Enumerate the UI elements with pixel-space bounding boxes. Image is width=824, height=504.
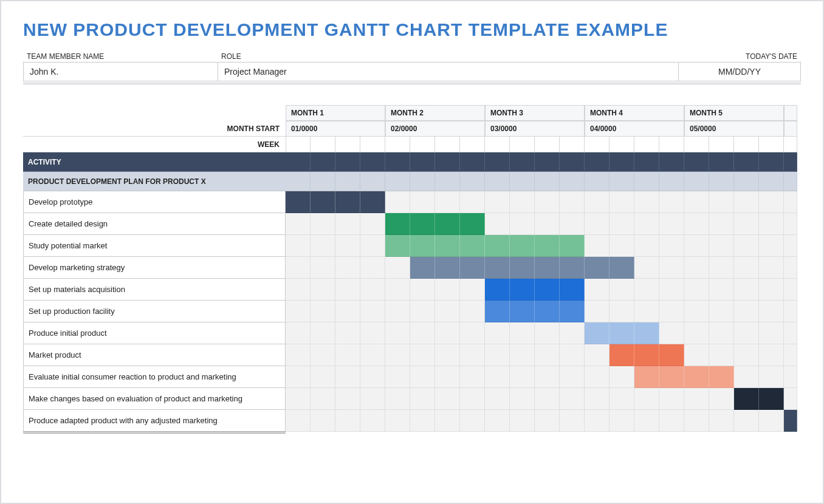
task-cell: [435, 410, 460, 432]
task-row-label: Develop prototype: [23, 191, 286, 213]
section-header-cell: [585, 172, 609, 191]
task-cell: [335, 344, 360, 366]
blank-label: [23, 105, 286, 121]
task-cell: [560, 322, 585, 344]
task-cell: [684, 257, 709, 279]
task-cell: [460, 191, 485, 213]
task-cell: [585, 344, 609, 366]
week-header-cell: [360, 137, 385, 152]
task-cell: [585, 279, 609, 301]
task-cell: [535, 344, 560, 366]
task-cell: [734, 322, 759, 344]
task-cell: [659, 191, 684, 213]
month-header: MONTH 2: [385, 105, 485, 121]
task-cell: [734, 279, 759, 301]
task-cell: [360, 257, 385, 279]
task-cell: [435, 388, 460, 410]
task-cell: [410, 344, 435, 366]
task-cell: [535, 279, 560, 301]
task-cell: [460, 279, 485, 301]
task-cell: [385, 322, 410, 344]
task-cell: [435, 257, 460, 279]
task-cell: [410, 322, 435, 344]
task-cell: [634, 366, 659, 388]
task-cell: [634, 322, 659, 344]
task-row-label: Produce adapted product with any adjuste…: [23, 410, 286, 432]
task-cell: [410, 213, 435, 235]
task-cell: [634, 410, 659, 432]
task-cell: [560, 257, 585, 279]
task-cell: [311, 279, 335, 301]
col-sliver: [784, 301, 797, 322]
col-sliver: [784, 322, 797, 344]
task-cell: [286, 257, 311, 279]
task-cell: [535, 366, 560, 388]
col-sliver: [784, 191, 797, 213]
activity-header-cell: [709, 152, 734, 172]
task-cell: [535, 388, 560, 410]
task-cell: [734, 410, 759, 432]
activity-header-cell: [360, 152, 385, 172]
task-cell: [560, 235, 585, 257]
section-header-cell: [510, 172, 535, 191]
section-header-cell: [360, 172, 385, 191]
section-header-cell: [535, 172, 560, 191]
week-header-cell: [286, 137, 311, 152]
task-cell: [485, 279, 510, 301]
month-header: MONTH 3: [485, 105, 585, 121]
task-cell: [385, 301, 410, 322]
label-team-member: TEAM MEMBER NAME: [23, 51, 218, 62]
task-cell: [659, 366, 684, 388]
task-cell: [460, 366, 485, 388]
bottom-divider: [23, 432, 286, 434]
task-cell: [759, 279, 784, 301]
week-header-cell: [385, 137, 410, 152]
value-role: Project Manager: [218, 63, 679, 81]
month-header: MONTH 5: [684, 105, 784, 121]
task-cell: [659, 344, 684, 366]
task-cell: [510, 191, 535, 213]
task-cell: [684, 279, 709, 301]
task-cell: [485, 410, 510, 432]
gantt-chart: MONTH 1MONTH 2MONTH 3MONTH 4MONTH 5MONTH…: [23, 105, 801, 434]
task-cell: [335, 213, 360, 235]
task-cell: [609, 257, 634, 279]
col-sliver: [784, 235, 797, 257]
task-cell: [460, 388, 485, 410]
task-cell: [560, 344, 585, 366]
task-cell: [286, 213, 311, 235]
task-cell: [709, 366, 734, 388]
value-team-member: John K.: [24, 63, 218, 81]
task-cell: [360, 235, 385, 257]
task-cell: [360, 388, 385, 410]
task-cell: [734, 257, 759, 279]
task-cell: [709, 279, 734, 301]
week-header-cell: [510, 137, 535, 152]
activity-header: ACTIVITY: [23, 152, 286, 172]
section-header-cell: [684, 172, 709, 191]
task-cell: [435, 213, 460, 235]
task-cell: [510, 322, 535, 344]
task-cell: [709, 344, 734, 366]
task-cell: [734, 388, 759, 410]
task-cell: [435, 301, 460, 322]
task-cell: [734, 235, 759, 257]
task-cell: [609, 301, 634, 322]
task-cell: [759, 366, 784, 388]
task-cell: [286, 191, 311, 213]
week-header-cell: [410, 137, 435, 152]
task-cell: [684, 191, 709, 213]
month-start-value: 03/0000: [485, 121, 585, 137]
page-title: NEW PRODUCT DEVELOPMENT GANTT CHART TEMP…: [23, 19, 801, 40]
page-frame: NEW PRODUCT DEVELOPMENT GANTT CHART TEMP…: [0, 0, 824, 504]
activity-header-cell: [684, 152, 709, 172]
section-header-cell: [335, 172, 360, 191]
task-cell: [510, 388, 535, 410]
section-header-cell: [385, 172, 410, 191]
task-cell: [286, 366, 311, 388]
col-sliver: [784, 388, 797, 410]
task-cell: [634, 235, 659, 257]
task-cell: [286, 235, 311, 257]
activity-header-cell: [435, 152, 460, 172]
task-cell: [759, 257, 784, 279]
